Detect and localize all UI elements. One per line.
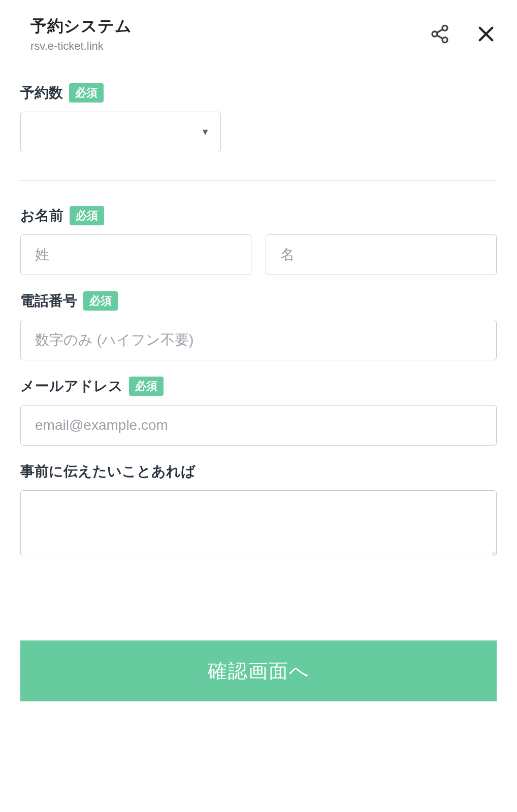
label-row: 予約数 必須 [20, 83, 497, 103]
close-button[interactable] [475, 23, 497, 45]
header-actions [430, 23, 497, 45]
svg-line-4 [437, 29, 442, 33]
section-divider [20, 180, 497, 181]
reservation-count-section: 予約数 必須 ▼ [20, 83, 497, 152]
svg-line-3 [437, 36, 442, 39]
select-wrapper: ▼ [20, 112, 221, 152]
required-badge: 必須 [129, 377, 164, 396]
app-header: 予約システム rsv.e-ticket.link [0, 0, 517, 63]
svg-point-1 [432, 31, 437, 37]
form-content: 予約数 必須 ▼ お名前 必須 電話番号 必須 メールアドレス 必須 [0, 63, 517, 712]
name-label: お名前 [20, 206, 63, 225]
first-name-input[interactable] [266, 234, 497, 275]
phone-section: 電話番号 必須 [20, 291, 497, 360]
phone-label: 電話番号 [20, 291, 77, 311]
name-section: お名前 必須 [20, 206, 497, 275]
svg-point-2 [442, 38, 447, 43]
close-icon [475, 23, 497, 45]
email-input[interactable] [20, 405, 497, 446]
message-label: 事前に伝えたいことあれば [20, 462, 196, 481]
email-section: メールアドレス 必須 [20, 377, 497, 446]
label-row: 事前に伝えたいことあれば [20, 462, 497, 481]
name-input-row [20, 234, 497, 275]
message-section: 事前に伝えたいことあれば [20, 462, 497, 558]
page-url: rsv.e-ticket.link [30, 40, 132, 53]
share-button[interactable] [430, 24, 450, 44]
required-badge: 必須 [83, 291, 118, 311]
label-row: 電話番号 必須 [20, 291, 497, 311]
email-label: メールアドレス [20, 377, 123, 396]
header-title-group: 予約システム rsv.e-ticket.link [30, 15, 132, 53]
last-name-input[interactable] [20, 234, 251, 275]
page-title: 予約システム [30, 15, 132, 38]
share-icon [430, 24, 450, 44]
svg-point-0 [442, 25, 447, 30]
reservation-count-label: 予約数 [20, 83, 63, 103]
required-badge: 必須 [70, 206, 104, 225]
phone-input[interactable] [20, 320, 497, 360]
label-row: お名前 必須 [20, 206, 497, 225]
submit-button[interactable]: 確認画面へ [20, 640, 497, 701]
required-badge: 必須 [69, 83, 104, 103]
label-row: メールアドレス 必須 [20, 377, 497, 396]
reservation-count-select[interactable] [20, 112, 221, 152]
message-textarea[interactable] [20, 490, 497, 556]
